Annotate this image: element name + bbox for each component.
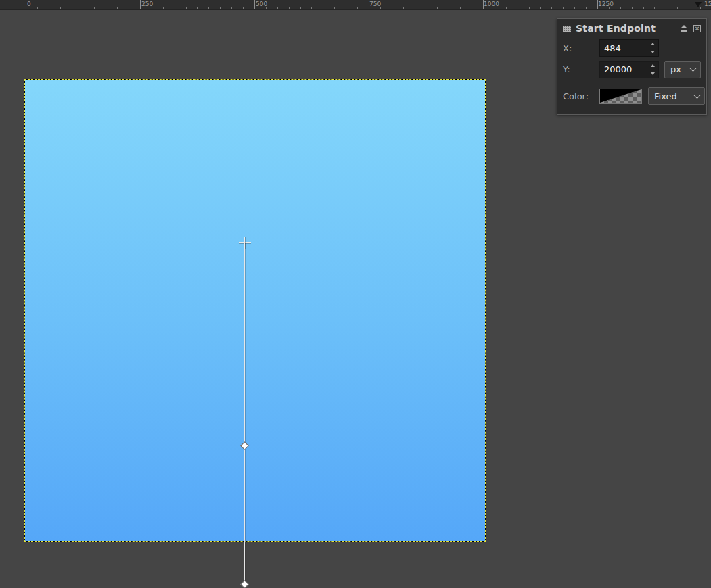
unit-value: px (670, 64, 681, 74)
color-label: Color: (563, 91, 599, 101)
color-swatch-fill (600, 89, 641, 103)
y-label: Y: (563, 64, 599, 74)
color-row: Color: Fixed (557, 86, 706, 106)
ruler-label: 1000 (484, 1, 499, 7)
gradient-line[interactable] (244, 243, 245, 588)
spin-down-icon (651, 72, 655, 75)
gradient-endpoint-handle[interactable] (240, 580, 249, 588)
chevron-down-icon (694, 92, 701, 99)
spin-down-icon (651, 51, 655, 53)
x-label: X: (563, 43, 599, 53)
y-coordinate-row: Y: 20000 px (557, 58, 706, 81)
x-value: 484 (604, 43, 621, 53)
ruler-label: 750 (369, 1, 381, 7)
dialog-title: Start Endpoint (576, 23, 677, 34)
ruler-label: 0 (27, 1, 31, 7)
horizontal-ruler[interactable]: 0 250 500 750 1000 1250 15 (0, 0, 711, 10)
spin-up-icon (651, 64, 655, 67)
x-spinbox: 484 (599, 39, 659, 57)
spin-down-button[interactable] (647, 70, 658, 78)
grid-icon (563, 26, 571, 32)
gradient-start-crosshair-icon[interactable] (244, 237, 245, 249)
ruler-label: 15 (704, 1, 711, 7)
spin-up-button[interactable] (647, 62, 658, 70)
image-canvas[interactable] (24, 79, 486, 542)
close-icon[interactable]: × (693, 25, 701, 32)
unit-dropdown[interactable]: px (664, 61, 701, 78)
y-spinbox: 20000 (599, 61, 659, 78)
y-spinner (647, 62, 658, 78)
color-mode-dropdown[interactable]: Fixed (648, 87, 705, 105)
y-value: 20000 (604, 64, 632, 74)
ruler-label: 500 (256, 1, 267, 7)
spin-up-button[interactable] (647, 40, 658, 48)
x-spinner (647, 40, 658, 56)
color-mode-value: Fixed (654, 91, 677, 101)
spin-down-button[interactable] (647, 48, 658, 56)
ruler-label: 250 (141, 1, 153, 7)
x-coordinate-row: X: 484 (557, 38, 706, 58)
dialog-header[interactable]: Start Endpoint × (557, 19, 706, 38)
x-input[interactable]: 484 (600, 40, 647, 56)
rollup-icon[interactable] (680, 25, 688, 32)
gradient-start-crosshair-icon[interactable] (239, 242, 251, 243)
ruler-label: 1250 (598, 1, 614, 7)
color-swatch[interactable] (599, 89, 642, 104)
spin-up-icon (651, 43, 655, 45)
start-endpoint-dialog: Start Endpoint × X: 484 Y: 20000 (557, 18, 707, 115)
y-input[interactable]: 20000 (600, 62, 647, 78)
ruler-position-marker-icon (695, 2, 702, 7)
text-caret (633, 64, 633, 74)
chevron-down-icon (690, 65, 697, 72)
